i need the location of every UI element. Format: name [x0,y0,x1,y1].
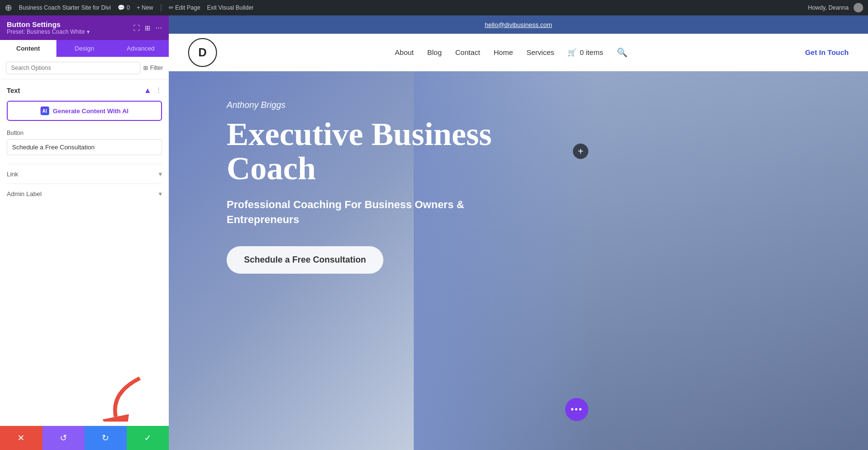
hero-content: Anthony Briggs Executive Business Coach … [227,100,492,274]
new-content-btn[interactable]: + New [136,4,153,11]
nav-services[interactable]: Services [527,48,555,56]
search-icon[interactable]: 🔍 [617,47,627,58]
fullscreen-icon[interactable]: ⛶ [133,24,140,32]
plus-icon: + [578,146,583,157]
wp-admin-bar: ⊕ Business Coach Starter Site for Divi 💬… [0,0,868,15]
more-icon[interactable]: ⋯ [155,24,162,32]
panel-header: Button Settings Preset: Business Coach W… [0,15,169,40]
left-panel: Button Settings Preset: Business Coach W… [0,15,169,450]
comments-icon: 💬 [118,4,125,11]
undo-button[interactable]: ↺ [42,426,85,450]
filter-button[interactable]: ⊞ Filter [143,65,163,71]
howdy-label: Howdy, Deanna [808,4,849,11]
admin-label-chevron-icon: ▾ [159,190,162,198]
nav-contact[interactable]: Contact [455,48,480,56]
purple-menu-button[interactable]: ••• [565,398,588,421]
hero-cta-button[interactable]: Schedule a Free Consultation [227,246,383,274]
email-link[interactable]: hello@divibusiness.com [485,21,552,28]
panel-tabs: Content Design Advanced [0,40,169,57]
site-nav: D About Blog Contact Home Services 🛒 0 i… [169,34,868,71]
cart-items-count: 0 items [580,48,603,56]
tab-design[interactable]: Design [56,40,113,57]
admin-label-accordion[interactable]: Admin Label ▾ [7,184,162,203]
hero-subtitle: Professional Coaching For Business Owner… [227,198,492,227]
search-input[interactable] [6,62,140,74]
nav-cta-button[interactable]: Get In Touch [805,48,849,56]
admin-label-accordion-header[interactable]: Admin Label ▾ [7,190,162,198]
nav-about[interactable]: About [395,48,414,56]
email-bar: hello@divibusiness.com [169,15,868,34]
link-chevron-icon: ▾ [159,170,162,178]
button-field-label: Button [7,130,162,136]
edit-page-btn[interactable]: ✏ Edit Page [169,4,200,11]
ellipsis-icon: ••• [571,405,583,415]
text-section-header: Text ▲ ⋮ [7,86,162,95]
admin-label-accordion-title: Admin Label [7,190,41,198]
hero-section: Anthony Briggs Executive Business Coach … [169,71,868,450]
text-section-title: Text [7,87,20,94]
link-accordion-header[interactable]: Link ▾ [7,170,162,178]
nav-home[interactable]: Home [494,48,513,56]
panel-content: Text ▲ ⋮ AI Generate Content With AI But… [0,79,169,427]
nav-links: About Blog Contact Home Services 🛒 0 ite… [395,47,627,58]
add-element-button[interactable]: + [573,144,588,159]
site-logo: D [188,38,217,67]
cart-icon: 🛒 [568,48,577,57]
collapse-icon[interactable]: ▲ [144,86,151,95]
site-name-label: Business Coach Starter Site for Divi [19,4,111,11]
save-button[interactable]: ✓ [127,426,169,450]
grid-icon[interactable]: ⊞ [145,24,150,32]
link-accordion-title: Link [7,171,18,178]
nav-cart[interactable]: 🛒 0 items [568,48,603,57]
link-accordion[interactable]: Link ▾ [7,164,162,184]
tab-content[interactable]: Content [0,40,56,57]
button-text-input[interactable] [7,139,162,155]
wp-logo-icon[interactable]: ⊕ [5,2,12,13]
comments-link[interactable]: 💬 0 [118,4,130,11]
panel-preset[interactable]: Preset: Business Coach White ▾ [7,28,90,35]
ai-generate-button[interactable]: AI Generate Content With AI [7,101,162,121]
avatar [854,3,863,13]
right-content-area: hello@divibusiness.com D About Blog Cont… [169,15,868,450]
panel-title: Button Settings [7,20,90,28]
panel-search-bar: ⊞ Filter [0,57,169,79]
tab-advanced[interactable]: Advanced [112,40,169,57]
nav-blog[interactable]: Blog [427,48,442,56]
button-field-group: Button [7,130,162,155]
bottom-bar: ✕ ↺ ↻ ✓ [0,426,169,450]
filter-icon: ⊞ [143,65,148,71]
cancel-button[interactable]: ✕ [0,426,42,450]
section-more-icon[interactable]: ⋮ [155,86,162,95]
hero-title: Executive Business Coach [227,117,492,186]
ai-icon: AI [41,106,49,115]
exit-builder-btn[interactable]: Exit Visual Builder [207,4,254,11]
hero-author-name: Anthony Briggs [227,100,492,110]
redo-button[interactable]: ↻ [84,426,127,450]
